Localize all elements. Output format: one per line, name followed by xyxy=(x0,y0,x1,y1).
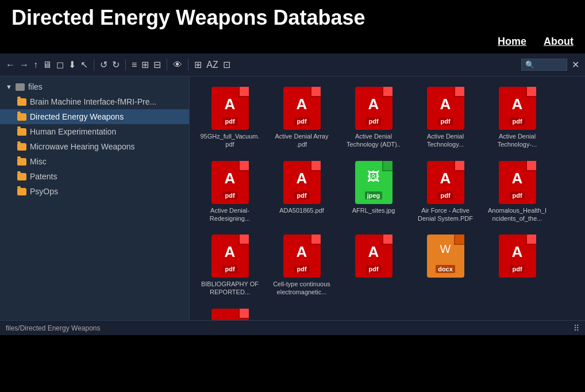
docx-file-icon: W docx xyxy=(425,235,465,278)
sidebar-item-patents[interactable]: Patents xyxy=(0,169,189,184)
back-icon[interactable]: ← xyxy=(6,60,15,70)
file-manager: ← → ↑ 🖥 ◻ ⬇ ↖ ↺ ↻ ≡ ⊞ ⊟ 👁 ⊞ AZ ⊡ ✕ ▼ fil… xyxy=(0,53,585,335)
sidebar-item-psyops[interactable]: PsyOps xyxy=(0,184,189,199)
sidebar: ▼ files Brain Machine Interface-fMRI-Pre… xyxy=(0,76,190,320)
file-item[interactable]: W docx xyxy=(411,230,480,301)
folder-icon xyxy=(17,158,26,166)
expand-icon[interactable]: ⊡ xyxy=(223,59,230,70)
cursor-icon[interactable]: ↖ xyxy=(80,59,88,70)
file-item[interactable]: A pdf Active Denial Technology (ADT).. xyxy=(339,82,408,153)
file-item[interactable]: A pdf BIBLIOGRAPHY OF REPORTED... xyxy=(195,230,264,301)
up-icon[interactable]: ↑ xyxy=(33,60,38,70)
file-name: Cell-type continuous electromagnetic... xyxy=(272,280,332,297)
file-name: ADA501865.pdf xyxy=(279,206,324,214)
forward-icon[interactable]: → xyxy=(20,60,29,70)
separator-2 xyxy=(125,59,126,71)
pdf-file-icon: A pdf xyxy=(425,161,465,204)
az-icon[interactable]: AZ xyxy=(206,60,218,70)
file-name: Anomalous_Health_Incidents_of_the... xyxy=(487,206,547,223)
sidebar-root-label: files xyxy=(28,82,43,91)
sidebar-item-label: Brain Machine Interface-fMRI-Pre... xyxy=(30,97,156,106)
pdf-file-icon: A pdf xyxy=(353,235,394,278)
folder-icon xyxy=(17,188,26,195)
close-icon[interactable]: ✕ xyxy=(572,59,579,70)
sidebar-item-label: Human Experimentation xyxy=(30,127,116,136)
pdf-file-icon: A pdf xyxy=(353,87,394,130)
sidebar-item-misc[interactable]: Misc xyxy=(0,154,189,169)
list-view-icon[interactable]: ≡ xyxy=(132,60,137,70)
details-icon[interactable]: ⊟ xyxy=(153,59,161,70)
file-name: AFRL_sites.jpg xyxy=(352,206,395,214)
pdf-file-icon: A pdf xyxy=(210,87,250,130)
page-title: Directed Energy Weapons Database xyxy=(11,6,574,30)
pdf-file-icon: A pdf xyxy=(497,87,537,130)
file-item[interactable]: A pdf 95GHz_full_Vacuum.pdf xyxy=(195,82,264,153)
computer-icon[interactable]: 🖥 xyxy=(43,60,52,70)
file-item[interactable]: A pdf Anomalous_Health_Incidents_of_the.… xyxy=(483,156,552,228)
grid2-icon[interactable]: ⊞ xyxy=(194,59,202,70)
sidebar-item-human-exp[interactable]: Human Experimentation xyxy=(0,124,189,139)
folder-icon xyxy=(17,143,26,151)
pdf-file-icon: A pdf xyxy=(210,235,250,278)
separator-3 xyxy=(167,59,167,71)
status-bar: files/Directed Energy Weapons ⠿ xyxy=(0,320,585,335)
pdf-file-icon: A pdf xyxy=(282,161,322,204)
sidebar-item-label: Misc xyxy=(30,157,47,166)
file-name: Active Denial Technology-... xyxy=(487,132,547,149)
sidebar-item-label: PsyOps xyxy=(30,187,58,196)
sidebar-item-label: Patents xyxy=(30,172,57,181)
pdf-file-icon: A pdf xyxy=(210,309,250,320)
file-item[interactable]: A pdf Air Force - Active Denial System.P… xyxy=(411,156,480,228)
file-item[interactable]: A pdf xyxy=(483,230,552,301)
file-grid: A pdf 95GHz_full_Vacuum.pdf A pdf Active… xyxy=(190,76,585,320)
pdf-file-icon: A pdf xyxy=(282,87,322,130)
sidebar-item-dew[interactable]: Directed Energy Weapons xyxy=(0,109,189,124)
pdf-file-icon: A pdf xyxy=(282,235,322,278)
download-icon[interactable]: ⬇ xyxy=(68,59,76,70)
status-dots: ⠿ xyxy=(574,324,579,333)
file-item[interactable]: A pdf Cell-type continuous electromagnet… xyxy=(267,230,336,301)
pdf-file-icon: A pdf xyxy=(210,161,250,204)
file-item[interactable]: 🖼 jpeg AFRL_sites.jpg xyxy=(339,156,408,228)
undo-icon[interactable]: ↺ xyxy=(100,59,107,70)
search-input[interactable] xyxy=(521,59,567,71)
folder-icon xyxy=(17,98,26,106)
files-icon xyxy=(16,83,25,91)
sidebar-item-microwave[interactable]: Microwave Hearing Weapons xyxy=(0,139,189,154)
separator-4 xyxy=(188,59,188,71)
file-item[interactable]: A pdf xyxy=(339,230,408,301)
file-item[interactable]: A pdf Active Denial Technology... xyxy=(411,82,480,153)
jpeg-file-icon: 🖼 jpeg xyxy=(353,161,394,204)
file-name: 95GHz_full_Vacuum.pdf xyxy=(200,132,260,149)
file-item[interactable]: A pdf Active Denial Technology-... xyxy=(483,82,552,153)
sidebar-item-brain[interactable]: Brain Machine Interface-fMRI-Pre... xyxy=(0,94,189,109)
file-item[interactable]: A pdf Active Denial Array .pdf xyxy=(267,82,336,153)
pdf-file-icon: A pdf xyxy=(497,161,537,204)
file-name: Air Force - Active Denial System.PDF xyxy=(415,206,475,223)
folder-icon xyxy=(17,173,26,180)
window-icon[interactable]: ◻ xyxy=(56,59,64,70)
redo-icon[interactable]: ↻ xyxy=(112,59,120,70)
pdf-file-icon: A pdf xyxy=(497,235,537,278)
folder-icon xyxy=(17,113,26,121)
file-item[interactable]: A pdf ADA501865.pdf xyxy=(267,156,336,228)
file-name: BIBLIOGRAPHY OF REPORTED... xyxy=(200,280,260,297)
file-name: Active Denial-Redesigning... xyxy=(200,206,260,223)
eye-icon[interactable]: 👁 xyxy=(173,60,182,70)
content-area: ▼ files Brain Machine Interface-fMRI-Pre… xyxy=(0,76,585,320)
status-path: files/Directed Energy Weapons xyxy=(6,324,101,332)
file-item[interactable]: A pdf xyxy=(195,304,264,320)
file-name: Active Denial Array .pdf xyxy=(272,132,332,149)
header: Directed Energy Weapons Database Home Ab… xyxy=(0,0,585,53)
file-name: Active Denial Technology (ADT).. xyxy=(344,132,403,149)
home-link[interactable]: Home xyxy=(498,36,526,48)
sidebar-root[interactable]: ▼ files xyxy=(0,79,189,94)
about-link[interactable]: About xyxy=(544,36,574,48)
toolbar: ← → ↑ 🖥 ◻ ⬇ ↖ ↺ ↻ ≡ ⊞ ⊟ 👁 ⊞ AZ ⊡ ✕ xyxy=(0,53,585,76)
grid-view-icon[interactable]: ⊞ xyxy=(141,59,149,70)
arrow-down-icon: ▼ xyxy=(6,83,12,90)
sidebar-item-label: Directed Energy Weapons xyxy=(30,112,124,121)
file-name: Active Denial Technology... xyxy=(415,132,475,149)
sidebar-item-label: Microwave Hearing Weapons xyxy=(30,142,135,151)
file-item[interactable]: A pdf Active Denial-Redesigning... xyxy=(195,156,264,228)
